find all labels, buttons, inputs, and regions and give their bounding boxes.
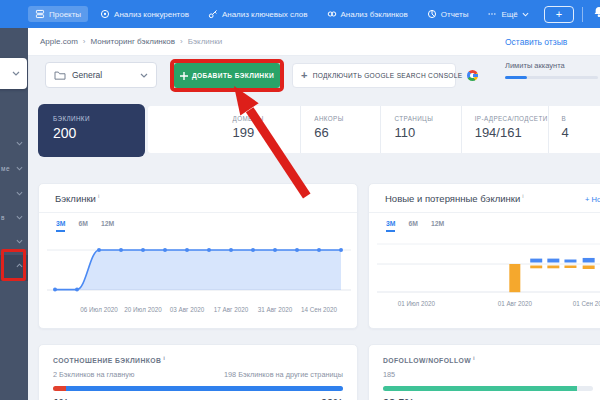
dofollow-bar-fill bbox=[383, 386, 577, 391]
svg-text:01 Авг 2020: 01 Авг 2020 bbox=[498, 300, 533, 307]
backlinks-area-chart: 06 Июл 202020 Июл 202003 Авг 202017 Авг … bbox=[45, 234, 353, 326]
tab-3m[interactable]: 3M bbox=[56, 220, 65, 232]
top-nav-right: + bbox=[544, 5, 600, 23]
sidebar-item-label: в bbox=[1, 214, 5, 221]
connect-gsc-label: ПОДКЛЮЧИТЬ GOOGLE SEARCH CONSOLE bbox=[313, 72, 463, 79]
svg-text:20 Июл 2020: 20 Июл 2020 bbox=[124, 306, 162, 313]
chevron-down-icon bbox=[16, 191, 23, 196]
notifications-icon[interactable] bbox=[591, 5, 600, 23]
stat-label: СТРАНИЦЫ bbox=[394, 115, 460, 122]
chevron-down-icon bbox=[16, 215, 23, 220]
tab-3m[interactable]: 3M bbox=[386, 220, 395, 232]
dofollow-bar bbox=[383, 386, 593, 391]
svg-text:31 Авг 2020: 31 Авг 2020 bbox=[258, 306, 293, 313]
nav-item-label: Анализ бэклинков bbox=[341, 10, 408, 19]
breadcrumb-item[interactable]: Мониторинг бэклинков bbox=[90, 37, 175, 46]
account-limits-bar[interactable] bbox=[505, 76, 598, 79]
annotation-sidebar-box bbox=[1, 249, 26, 281]
add-backlinks-button[interactable]: ДОБАВИТЬ БЭКЛИНКИ bbox=[174, 63, 280, 88]
svg-text:17 Авг 2020: 17 Авг 2020 bbox=[214, 306, 249, 313]
stat-label: IP-АДРЕСА/ПОДСЕТИ bbox=[475, 115, 548, 122]
sidebar-item[interactable] bbox=[0, 183, 28, 205]
more-icon bbox=[487, 9, 497, 19]
new-lost-chart-card: Новые и потерянные бэклинкиi + Новые 3M6… bbox=[368, 183, 600, 329]
dofollow-card: DOFOLLOW/NOFOLLOWi 185 92.5% bbox=[368, 344, 600, 400]
add-backlinks-label: ДОБАВИТЬ БЭКЛИНКИ bbox=[192, 72, 274, 79]
stat-card-в[interactable]: В4 bbox=[549, 106, 600, 153]
breadcrumb: Apple.com›Мониторинг бэклинков›Бэклинки bbox=[40, 37, 222, 46]
stat-label: АНКОРЫ bbox=[314, 115, 380, 122]
backlinks-chart-card: Бэклинкиi 3M6M12M 06 Июл 202020 Июл 2020… bbox=[38, 183, 358, 329]
chevron-down-icon bbox=[16, 239, 23, 244]
account-limits-fill bbox=[505, 76, 527, 79]
nav-item-анализ-ключевых-слов[interactable]: Анализ ключевых слов bbox=[201, 6, 315, 22]
top-nav-items: ПроектыАнализ конкурентовАнализ ключевых… bbox=[28, 6, 541, 22]
ratio-bar-homepage bbox=[53, 386, 66, 391]
chevron-down-icon bbox=[12, 71, 20, 76]
card-title: Новые и потерянные бэклинкиi bbox=[385, 193, 524, 204]
reports-icon bbox=[427, 9, 437, 19]
nav-item-label: Анализ ключевых слов bbox=[222, 10, 308, 19]
stat-value: 4 bbox=[562, 125, 600, 140]
create-project-button[interactable]: + bbox=[544, 6, 574, 23]
chevron-down-icon bbox=[522, 12, 529, 17]
stat-label: БЭКЛИНКИ bbox=[53, 115, 145, 122]
ratio-left-label: 2 Бэклинков на главную bbox=[53, 370, 134, 379]
folder-select-value: General bbox=[72, 70, 134, 80]
dofollow-count: 185 bbox=[383, 370, 395, 379]
stat-card-домены[interactable]: ДОМЕНЫ199 bbox=[220, 106, 302, 153]
svg-text:06 Июл 2020: 06 Июл 2020 bbox=[80, 306, 118, 313]
nav-item-ещё[interactable]: Ещё bbox=[480, 6, 535, 22]
new-lost-bar-chart: 01 Июл 202001 Авг 202001 Сен 2020 bbox=[375, 234, 600, 326]
stat-card-ip-адреса/подсети[interactable]: IP-АДРЕСА/ПОДСЕТИ194/161 bbox=[462, 106, 549, 153]
ratio-bar-other bbox=[66, 386, 343, 391]
card-title: СООТНОШЕНИЕ БЭКЛИНКОВi bbox=[53, 355, 343, 364]
tab-12m[interactable]: 12M bbox=[431, 220, 444, 232]
tab-6m[interactable]: 6M bbox=[78, 220, 87, 232]
backlinks-icon bbox=[327, 9, 337, 19]
stat-value: 66 bbox=[314, 125, 380, 140]
stat-card-анкоры[interactable]: АНКОРЫ66 bbox=[301, 106, 381, 153]
stat-value: 194/161 bbox=[475, 125, 548, 140]
top-nav: ПроектыАнализ конкурентовАнализ ключевых… bbox=[0, 0, 600, 28]
folder-icon bbox=[54, 70, 66, 80]
tab-12m[interactable]: 12M bbox=[101, 220, 114, 232]
sidebar-item[interactable]: в bbox=[0, 207, 28, 229]
nav-item-отчеты[interactable]: Отчеты bbox=[420, 6, 476, 22]
period-tabs: 3M6M12M bbox=[386, 220, 444, 232]
new-backlinks-link[interactable]: + Новые bbox=[585, 195, 600, 204]
breadcrumb-separator: › bbox=[83, 37, 86, 46]
nav-item-проекты[interactable]: Проекты bbox=[28, 6, 88, 22]
feedback-link[interactable]: Оставить отзыв bbox=[505, 37, 567, 47]
nav-item-анализ-конкурентов[interactable]: Анализ конкурентов bbox=[93, 6, 196, 22]
nav-item-label: Ещё bbox=[501, 10, 517, 19]
annotation-highlight-box: ДОБАВИТЬ БЭКЛИНКИ bbox=[170, 59, 284, 92]
sidebar-item[interactable] bbox=[0, 133, 28, 155]
stats-row: БЭКЛИНКИ200ДОМЕНЫ199АНКОРЫ66СТРАНИЦЫ110I… bbox=[148, 106, 600, 153]
chevron-down-icon bbox=[140, 73, 148, 78]
stat-label: В bbox=[562, 115, 600, 122]
nav-item-анализ-бэклинков[interactable]: Анализ бэклинков bbox=[320, 6, 415, 22]
breadcrumb-item: Бэклинки bbox=[188, 37, 222, 46]
sidebar-domain-select[interactable] bbox=[0, 58, 27, 89]
info-icon: i bbox=[163, 355, 165, 361]
tab-6m[interactable]: 6M bbox=[408, 220, 417, 232]
nav-divider bbox=[582, 7, 583, 22]
breadcrumb-separator: › bbox=[180, 37, 183, 46]
card-title: Бэклинкиi bbox=[55, 193, 99, 204]
backlinks-ratio-card: СООТНОШЕНИЕ БЭКЛИНКОВi 2 Бэклинков на гл… bbox=[38, 344, 358, 400]
breadcrumb-item[interactable]: Apple.com bbox=[40, 37, 78, 46]
svg-text:01 Сен 2020: 01 Сен 2020 bbox=[573, 300, 600, 307]
stat-card-backlinks[interactable]: БЭКЛИНКИ 200 bbox=[38, 104, 145, 157]
nav-item-label: Проекты bbox=[49, 10, 81, 19]
stat-value: 199 bbox=[233, 125, 301, 140]
svg-text:14 Сен 2020: 14 Сен 2020 bbox=[301, 306, 338, 313]
account-limits-label: Лимиты аккаунта bbox=[505, 61, 565, 70]
folder-select[interactable]: General bbox=[45, 62, 157, 88]
stat-card-страницы[interactable]: СТРАНИЦЫ110 bbox=[381, 106, 461, 153]
ratio-right-label: 198 Бэклинков на другие страницы bbox=[224, 370, 343, 379]
stat-value: 200 bbox=[53, 125, 145, 141]
connect-gsc-button[interactable]: + ПОДКЛЮЧИТЬ GOOGLE SEARCH CONSOLE bbox=[292, 63, 456, 88]
sidebar-item[interactable]: ме bbox=[0, 158, 28, 180]
keywords-icon bbox=[208, 9, 218, 19]
